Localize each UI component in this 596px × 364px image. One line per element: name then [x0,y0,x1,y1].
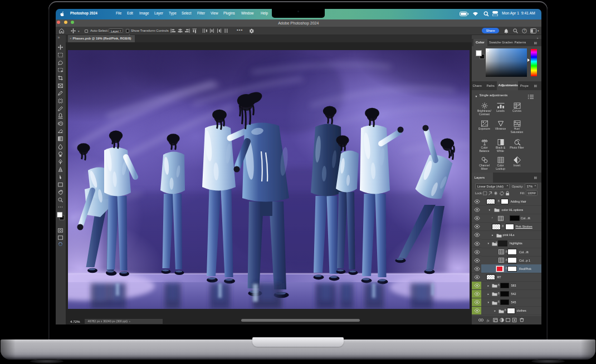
svg-text:?: ? [524,29,525,32]
svg-text:fx: fx [487,319,490,322]
svg-text:»: » [58,36,60,40]
